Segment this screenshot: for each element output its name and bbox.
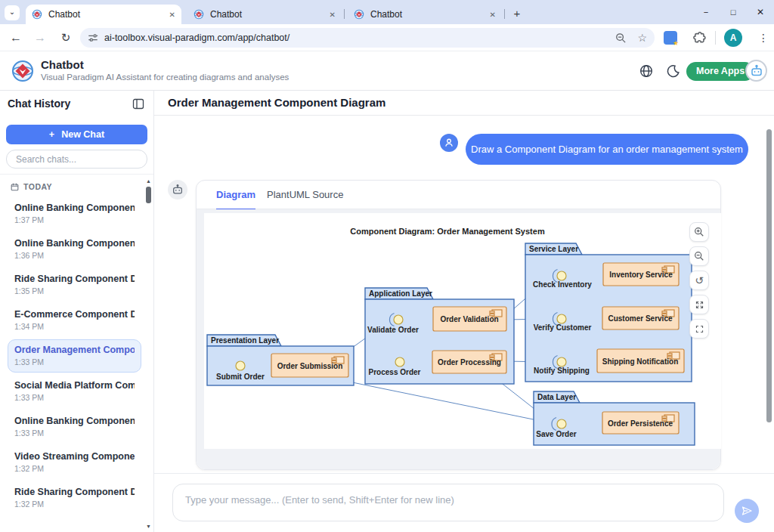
chat-history-item[interactable]: Online Banking Component ...1:37 PM [8, 197, 141, 230]
tab-search-button[interactable]: ⌄ [5, 5, 20, 20]
component-customer-service: Customer Service [602, 307, 679, 329]
svg-text:Inventory Service: Inventory Service [609, 271, 673, 279]
browser-tab-3[interactable]: Chatbot ✕ [348, 5, 502, 24]
zoom-out-button[interactable] [689, 246, 709, 266]
forward-icon[interactable]: → [30, 24, 50, 51]
page-title: Order Management Component Diagram [168, 91, 385, 115]
collapse-sidebar-icon[interactable] [132, 98, 144, 110]
language-globe-icon[interactable] [639, 64, 653, 78]
sidebar-scrollbar[interactable]: ▲ ▼ [145, 178, 152, 529]
fullscreen-button[interactable] [689, 319, 709, 339]
calendar-icon [11, 183, 19, 191]
bookmark-star-icon[interactable]: ☆ [637, 32, 647, 44]
tab-diagram[interactable]: Diagram [216, 181, 255, 210]
window-close-button[interactable]: ✕ [747, 0, 774, 24]
chat-messages-area: Draw a Component Diagram for an order ma… [154, 116, 774, 473]
more-apps-button[interactable]: More Apps [686, 62, 754, 81]
chatbot-badge-icon[interactable] [745, 60, 767, 82]
new-chat-button[interactable]: + New Chat [6, 125, 147, 144]
chat-history-item[interactable]: Ride Sharing Component Dia...1:32 PM [8, 481, 141, 515]
chat-history-item[interactable]: Social Media Platform Comp...1:33 PM [8, 375, 141, 408]
chat-history-item[interactable]: Online Banking Component ...1:36 PM [8, 233, 141, 266]
user-message-bubble: Draw a Component Diagram for an order ma… [466, 134, 748, 165]
chat-history-item[interactable]: Ride Sharing Component Dia...1:35 PM [8, 268, 141, 302]
reset-view-button[interactable]: ↺ [689, 271, 709, 290]
zoom-indicator-icon[interactable] [615, 32, 627, 44]
interface-verify-customer [557, 314, 566, 323]
back-icon[interactable]: ← [6, 24, 26, 51]
chat-item-time: 1:37 PM [14, 215, 135, 224]
browser-menu-icon[interactable]: ⋮ [758, 24, 769, 51]
chat-history-item[interactable]: E-Commerce Component Di...1:34 PM [8, 304, 141, 337]
sidebar-title: Chat History [8, 97, 70, 110]
dark-mode-moon-icon[interactable] [667, 64, 680, 78]
expand-button[interactable] [689, 295, 709, 314]
zoom-in-button[interactable] [689, 222, 709, 242]
package-label: Application Layer [369, 289, 432, 298]
interface-process-order [395, 357, 404, 367]
chat-item-time: 1:35 PM [14, 286, 135, 295]
app-subtitle: Visual Paradigm AI Assistant for creatin… [41, 73, 289, 82]
chat-history-item[interactable]: Online Banking Component ...1:33 PM [8, 410, 141, 444]
component-diagram-canvas[interactable]: Presentation Layer Application Layer Ser… [204, 213, 721, 449]
tab-plantuml-source[interactable]: PlantUML Source [267, 181, 343, 209]
url-text[interactable]: ai-toolbox.visual-paradigm.com/app/chatb… [104, 32, 615, 43]
chat-item-title: Social Media Platform Comp... [14, 380, 135, 391]
chat-item-title: Video Streaming Component... [14, 451, 135, 462]
visual-paradigm-favicon [354, 9, 364, 20]
package-label: Data Layer [537, 393, 576, 401]
component-order-persistence: Order Persistence [602, 412, 679, 434]
reload-icon[interactable]: ↻ [56, 24, 76, 51]
tab-title: Chatbot [210, 9, 324, 20]
browser-tab-1[interactable]: Chatbot ✕ [26, 5, 181, 24]
new-tab-button[interactable]: + [509, 6, 525, 21]
scroll-up-icon[interactable]: ▲ [145, 178, 152, 184]
send-button[interactable] [735, 499, 759, 523]
assistant-avatar [168, 180, 187, 200]
svg-text:Submit Order: Submit Order [216, 373, 265, 381]
scrollbar-thumb[interactable] [146, 187, 151, 203]
response-tab-bar: Diagram PlantUML Source [197, 181, 720, 209]
svg-text:Check Inventory: Check Inventory [533, 280, 592, 289]
tab-close-icon[interactable]: ✕ [330, 11, 336, 19]
message-input-bar [154, 473, 774, 532]
tab-separator [504, 9, 505, 19]
interface-notify-shipping [557, 357, 566, 367]
tab-close-icon[interactable]: ✕ [490, 11, 496, 19]
address-bar[interactable]: ai-toolbox.visual-paradigm.com/app/chatb… [80, 28, 655, 48]
message-input[interactable] [172, 484, 724, 521]
conversation-header: Order Management Component Diagram [154, 91, 774, 116]
search-chats-input[interactable] [6, 150, 147, 169]
chat-history-list: TODAY Online Banking Component ...1:37 P… [0, 174, 153, 532]
chat-scrollbar-thumb[interactable] [766, 129, 772, 422]
chat-history-item[interactable]: Video Streaming Component...1:32 PM [8, 446, 141, 479]
window-maximize-button[interactable]: □ [720, 0, 747, 24]
reading-extension-icon[interactable] [664, 31, 677, 45]
tab-close-icon[interactable]: ✕ [169, 11, 175, 19]
visual-paradigm-favicon [194, 9, 204, 20]
plus-icon: + [49, 129, 54, 140]
svg-text:Save Order: Save Order [536, 430, 576, 438]
chat-item-time: 1:33 PM [14, 357, 135, 367]
window-minimize-button[interactable]: − [692, 0, 720, 24]
chat-item-time: 1:36 PM [14, 251, 135, 260]
chat-item-title: Ride Sharing Component Dia... [14, 274, 135, 284]
send-plane-icon [741, 505, 753, 517]
chat-history-item-selected[interactable]: Order Management Compon...1:33 PM [8, 339, 141, 373]
browser-tab-2[interactable]: Chatbot ✕ [187, 5, 342, 24]
app-header: Chatbot Visual Paradigm AI Assistant for… [0, 51, 774, 91]
scroll-down-icon[interactable]: ▼ [145, 524, 152, 529]
chat-item-title: Ride Sharing Component Dia... [14, 487, 135, 497]
chat-history-sidebar: Chat History + New Chat TODAY Online Ban… [0, 91, 154, 532]
chat-item-title: Online Banking Component ... [14, 238, 135, 249]
visual-paradigm-favicon [32, 9, 42, 20]
browser-titlebar: ⌄ Chatbot ✕ Chatbot ✕ Chatbot ✕ + − □ ✕ [0, 0, 774, 24]
profile-avatar[interactable]: A [724, 29, 742, 47]
extensions-puzzle-icon[interactable] [692, 31, 706, 45]
site-settings-icon[interactable] [88, 32, 98, 43]
component-inventory-service: Inventory Service [603, 263, 679, 286]
package-label: Service Layer [529, 245, 578, 253]
browser-toolbar: ← → ↻ ai-toolbox.visual-paradigm.com/app… [0, 24, 774, 51]
svg-text:Notify Shipping: Notify Shipping [534, 367, 590, 375]
chat-item-time: 1:32 PM [14, 464, 135, 473]
